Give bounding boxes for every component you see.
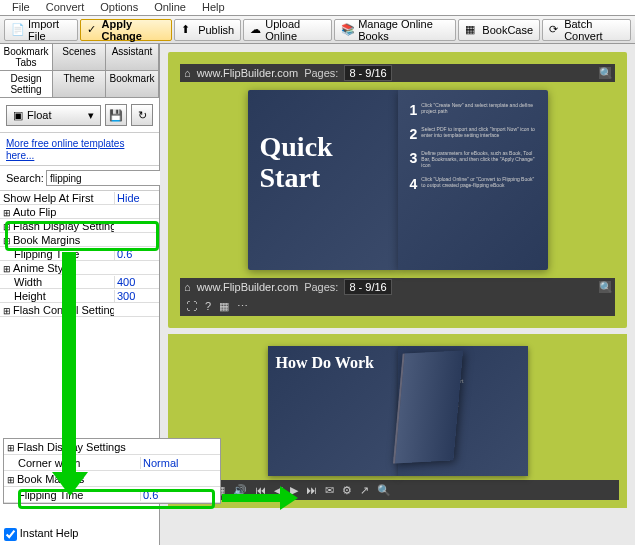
fullscreen-icon[interactable]: ⛶ bbox=[186, 300, 197, 312]
batch-icon: ⟳ bbox=[549, 23, 561, 37]
menu-options[interactable]: Options bbox=[92, 0, 146, 15]
prop-show-help[interactable]: Show Help At First bbox=[0, 192, 114, 204]
tab-theme[interactable]: Theme bbox=[53, 71, 106, 97]
refresh-template-button[interactable]: ↻ bbox=[131, 104, 153, 126]
toolbar: 📄Import File ✓Apply Change ⬆Publish ☁Upl… bbox=[0, 16, 635, 44]
mail-icon[interactable]: ✉ bbox=[325, 484, 334, 497]
upload-icon: ☁ bbox=[250, 23, 262, 37]
how-work-title: How Do Work bbox=[276, 354, 390, 372]
menu-online[interactable]: Online bbox=[146, 0, 194, 15]
book-mid-bar: ⌂ www.FlipBuilder.com Pages: 8 - 9/16 🔍 bbox=[180, 278, 615, 296]
menu-help[interactable]: Help bbox=[194, 0, 233, 15]
book-bottom-bar-1: ⛶ ? ▦ ⋯ bbox=[180, 296, 615, 316]
menu-file[interactable]: File bbox=[4, 0, 38, 15]
book-preview-2: How Do Work 1Click Create New 2Select PD… bbox=[168, 334, 627, 508]
menu-bar: File Convert Options Online Help bbox=[0, 0, 635, 16]
tab-bookmark-tabs[interactable]: Bookmark Tabs bbox=[0, 44, 53, 70]
book-icon: ▣ bbox=[13, 109, 23, 122]
tab-row-1: Bookmark Tabs Scenes Assistant bbox=[0, 44, 159, 71]
menu-convert[interactable]: Convert bbox=[38, 0, 93, 15]
save-icon: 💾 bbox=[109, 109, 123, 122]
zoom-book-margins[interactable]: Book Margins bbox=[4, 473, 220, 485]
refresh-icon: ↻ bbox=[138, 109, 147, 122]
tab-row-2: Design Setting Theme Bookmark bbox=[0, 71, 159, 98]
prop-auto-flip[interactable]: Auto Flip bbox=[0, 206, 114, 218]
arrow-vertical bbox=[62, 252, 76, 477]
import-file-button[interactable]: 📄Import File bbox=[4, 19, 78, 41]
apply-icon: ✓ bbox=[87, 23, 99, 37]
book2-left-page: How Do Work bbox=[268, 346, 398, 476]
help-icon[interactable]: ? bbox=[205, 300, 211, 312]
home-icon[interactable]: ⌂ bbox=[184, 67, 191, 79]
last-icon[interactable]: ⏭ bbox=[306, 484, 317, 496]
prop-width[interactable]: Width bbox=[0, 276, 114, 288]
zoom-flash-display[interactable]: Flash Display Settings bbox=[4, 441, 220, 453]
instant-help-box: Instant Help bbox=[4, 527, 155, 541]
chevron-down-icon: ▾ bbox=[88, 109, 94, 122]
arrow-horizontal bbox=[222, 494, 282, 502]
bookcase-button[interactable]: ▦BookCase bbox=[458, 19, 540, 41]
zoom-icon[interactable]: 🔍 bbox=[377, 484, 391, 497]
book-left-page: Quick Start bbox=[248, 90, 398, 270]
book-preview-1: ⌂ www.FlipBuilder.com Pages: 8 - 9/16 🔍 … bbox=[168, 52, 627, 328]
prop-height[interactable]: Height bbox=[0, 290, 114, 302]
batch-convert-button[interactable]: ⟳Batch Convert bbox=[542, 19, 631, 41]
home-icon[interactable]: ⌂ bbox=[184, 281, 191, 293]
tab-bookmark[interactable]: Bookmark bbox=[106, 71, 159, 97]
tab-assistant[interactable]: Assistant bbox=[106, 44, 159, 70]
bookcase-icon: ▦ bbox=[465, 23, 479, 37]
quick-start-title: Quick Start bbox=[260, 132, 386, 194]
search-icon[interactable]: 🔍 bbox=[599, 67, 611, 79]
upload-online-button[interactable]: ☁Upload Online bbox=[243, 19, 332, 41]
save-template-button[interactable]: 💾 bbox=[105, 104, 127, 126]
tab-design-setting[interactable]: Design Setting bbox=[0, 71, 53, 97]
manage-icon: 📚 bbox=[341, 23, 355, 37]
preview-area: ⌂ www.FlipBuilder.com Pages: 8 - 9/16 🔍 … bbox=[160, 44, 635, 545]
tab-scenes[interactable]: Scenes bbox=[53, 44, 106, 70]
import-icon: 📄 bbox=[11, 23, 25, 37]
prop-flash-control[interactable]: Flash Control Settings bbox=[0, 304, 114, 316]
book-right-page: 1Click "Create New" and select template … bbox=[398, 90, 548, 270]
search-label: Search: bbox=[6, 172, 44, 184]
highlight-top bbox=[5, 221, 159, 251]
pages-value[interactable]: 8 - 9/16 bbox=[344, 65, 391, 81]
apply-change-button[interactable]: ✓Apply Change bbox=[80, 19, 173, 41]
instant-help-checkbox[interactable] bbox=[4, 528, 17, 541]
highlight-bottom bbox=[18, 489, 215, 509]
publish-button[interactable]: ⬆Publish bbox=[174, 19, 241, 41]
arrow-right-head bbox=[280, 486, 298, 510]
gear-icon[interactable]: ⚙ bbox=[342, 484, 352, 497]
search-icon[interactable]: 🔍 bbox=[599, 281, 611, 293]
properties-panel: Show Help At FirstHide Auto Flip Flash D… bbox=[0, 191, 159, 378]
more-templates-link[interactable]: More free online templates here... bbox=[6, 138, 124, 161]
prop-anime-style[interactable]: Anime Style bbox=[0, 262, 114, 274]
more-icon[interactable]: ⋯ bbox=[237, 300, 248, 313]
template-float-button[interactable]: ▣Float▾ bbox=[6, 105, 101, 126]
pages-label: Pages: bbox=[304, 67, 338, 79]
manage-books-button[interactable]: 📚Manage Online Books bbox=[334, 19, 456, 41]
book-top-bar: ⌂ www.FlipBuilder.com Pages: 8 - 9/16 🔍 bbox=[180, 64, 615, 82]
thumbnails-icon[interactable]: ▦ bbox=[219, 300, 229, 313]
flipping-page bbox=[392, 351, 462, 464]
publish-icon: ⬆ bbox=[181, 23, 195, 37]
book-url: www.FlipBuilder.com bbox=[197, 67, 298, 79]
share-icon[interactable]: ↗ bbox=[360, 484, 369, 497]
